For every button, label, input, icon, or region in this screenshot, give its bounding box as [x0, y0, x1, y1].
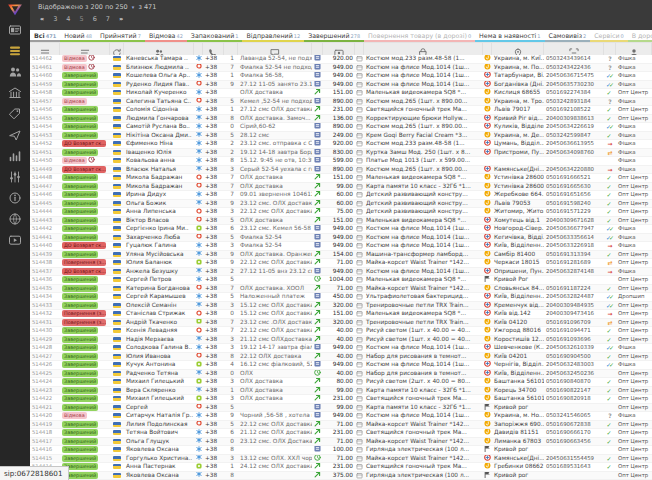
order-row[interactable]: 514426ЗавершенийКучук Антонина+38416.12 … — [30, 361, 652, 370]
sidebar-item-clients[interactable] — [7, 66, 23, 81]
tab-10[interactable]: Сервіси0 — [590, 30, 627, 42]
tab-7[interactable]: Повернення товару (в дорозі)0 — [364, 30, 475, 42]
order-row[interactable]: 514417ЗавершенийОльга Глущук+38023.12 см… — [30, 438, 652, 447]
sidebar-item-info[interactable] — [7, 192, 23, 207]
sidebar-item-orders[interactable] — [7, 45, 23, 60]
order-row[interactable]: 514429ЗавершенийНадія Мерзаєва+38321.12 … — [30, 336, 652, 345]
order-row[interactable]: 514434ЗавершенийСергей Карамышев+385Нало… — [30, 293, 652, 302]
tab-2[interactable]: Прийнятий7 — [96, 30, 145, 42]
page-button-3[interactable]: 3 — [53, 13, 57, 25]
sidebar-item-pos-terminal[interactable] — [7, 24, 23, 39]
tab-5[interactable]: Відправлений12 — [242, 30, 304, 42]
sidebar-item-warehouse[interactable] — [7, 87, 23, 102]
tab-3[interactable]: Відмова42 — [145, 30, 187, 42]
sidebar-item-settings[interactable] — [7, 171, 23, 186]
order-products: Машина-трансформер ламборд... — [364, 251, 483, 259]
order-row[interactable]: 514441ЗавершенийЗахарченко Люба+385Фиалк… — [30, 234, 652, 243]
order-row[interactable]: 514419ЗавершенийЛилия Подолинская+38522.… — [30, 421, 652, 430]
order-total: 375.00 — [323, 472, 355, 480]
order-row[interactable]: 514460ЗавершенийКошелева Ольга Ар..+381Ф… — [30, 72, 652, 81]
order-total: 949.00 — [323, 344, 355, 352]
social-channel-icon — [194, 438, 203, 446]
order-row[interactable]: 514430ЗавершенийКсенія Левадняя+38722.12… — [30, 327, 652, 336]
order-row[interactable]: 514421ЗавершенийСергей+38599.00Карта пам… — [30, 404, 652, 413]
order-row[interactable]: 514420ВідмоваСитарчук Наталія Гр..+389Чо… — [30, 412, 652, 421]
sidebar-item-video[interactable] — [7, 234, 23, 249]
order-row[interactable]: 514432Повернення (з...Станіслав Стрижак+… — [30, 310, 652, 319]
order-row[interactable]: 514437ДО Возврат ск...Анжела Безушку+382… — [30, 268, 652, 277]
delivery-service-icon — [483, 319, 492, 327]
page-button-7[interactable]: 7 — [106, 13, 110, 25]
order-row[interactable]: 514424ЗавершенийМихаил Гилецький+383ОЛХ … — [30, 378, 652, 387]
per-page-caret-icon[interactable]: ▾ — [132, 4, 135, 10]
order-row[interactable]: 514462ВідмоваКаневська Тамара ..+381Лава… — [30, 55, 652, 64]
social-channel-icon — [194, 98, 203, 106]
order-source: Опт Центр — [616, 395, 652, 403]
product-box-icon — [355, 268, 364, 276]
sidebar-item-reports[interactable] — [7, 150, 23, 165]
order-row[interactable]: 514449ДО Возврат ск...Власюк Наталья+383… — [30, 166, 652, 175]
client-phone: +38 — [203, 404, 224, 412]
order-row[interactable]: 514436ЗавершенийСергей Петров+3851004.00… — [30, 276, 652, 285]
order-row[interactable]: 514440ДО Возврат ск...Гуцалюк Галина+383… — [30, 242, 652, 251]
order-row[interactable]: 514427ЗавершенийЮлия Иванова+38822.12 ОЛ… — [30, 353, 652, 362]
order-row[interactable]: 514451ЗавершенийІващенко Юлія+38219.12 1… — [30, 149, 652, 158]
order-row[interactable]: 514442ЗавершенийСергієнко Ірина Ми..+386… — [30, 225, 652, 234]
order-row[interactable]: 514455ЗавершенийЛюдмила Гончарова+388ОЛХ… — [30, 115, 652, 124]
sidebar-item-integrations[interactable] — [7, 213, 23, 228]
first-page-button[interactable]: « — [40, 13, 44, 25]
order-row[interactable]: 514459ЗавершенийРуденко Лидия Пав..+3892… — [30, 81, 652, 90]
order-row[interactable]: 514453ЗавершенийНікітіна Оксана Дми..+38… — [30, 132, 652, 141]
order-row[interactable]: 514418ЗавершенийТетяна Войтович+38621.12… — [30, 429, 652, 438]
order-row[interactable]: 514428ЗавершенийСолодкова Галина В..+383… — [30, 344, 652, 353]
order-row[interactable]: 514433ЗавершенийОлексій Семанін+38315.12… — [30, 302, 652, 311]
delivery-city: Украина, м. Де... — [492, 132, 544, 140]
order-row[interactable]: 514454ЗавершенийСамотій Руслана Во..+380… — [30, 123, 652, 132]
last-page-button[interactable]: » — [119, 13, 123, 25]
tab-9[interactable]: Самовивіз2 — [545, 30, 591, 42]
order-row[interactable]: 514457ВідмоваСалегина Татьяна С..+385Кем… — [30, 98, 652, 107]
country-flag-icon — [110, 157, 124, 165]
order-source: Фішка — [616, 361, 652, 369]
tab-1[interactable]: Новий48 — [60, 30, 96, 42]
order-row[interactable]: 514431Повернення (з...Андрій Ткаченко+38… — [30, 319, 652, 328]
order-id: 514453 — [30, 132, 60, 140]
order-row[interactable]: 514456ЗавершенийСоломія Сідоніна+38127.1… — [30, 106, 652, 115]
sidebar-item-products[interactable] — [7, 108, 23, 123]
page-button-6[interactable]: 6 — [93, 13, 97, 25]
order-row[interactable]: 514415ЗавершенийГоргулько Христина..+383… — [30, 455, 652, 464]
sidebar-item-campaigns[interactable] — [7, 129, 23, 144]
client-phone: +38 — [203, 319, 224, 327]
order-row[interactable]: 514450ВідмоваКовальова анна+38815.12. 9:… — [30, 157, 652, 166]
tab-all[interactable]: Всі471 — [30, 30, 60, 42]
order-row[interactable]: 514425ЗавершенийРадченко Тетяна+380ОЛХ40… — [30, 370, 652, 379]
order-row[interactable]: 514444ЗавершенийАнна Липенська+38322.12 … — [30, 208, 652, 217]
delivery-service-icon — [483, 106, 492, 114]
order-row[interactable]: 514413ЗавершенийЯковлева Оксана+388375.0… — [30, 472, 652, 480]
page-button-4[interactable]: 4 — [66, 13, 70, 25]
order-row[interactable]: 514438Повернення (з...Юлия Баланюк+38922… — [30, 259, 652, 268]
order-row[interactable]: 514435ЗавершенийКатерина Богданова+387ОЛ… — [30, 285, 652, 294]
order-row[interactable]: 514422ЗавершенийМихаил Гилецький+383ОЛХ … — [30, 395, 652, 404]
tab-4[interactable]: Запакований1 — [187, 30, 243, 42]
client-name: Анна Пастернак — [124, 463, 194, 471]
page-button-5[interactable]: 5 — [79, 13, 83, 25]
order-row[interactable]: 514414ЗавершенийАнна Пастернак+38124.12 … — [30, 463, 652, 472]
order-total: 949.00 — [323, 81, 355, 89]
order-row[interactable]: 514447ЗавершенийМикола Бадражан+387ОЛХ д… — [30, 183, 652, 192]
order-row[interactable]: 514458ЗавершенийНиколай Кучеренко+38ОЛХ … — [30, 89, 652, 98]
order-row[interactable]: 514461ВідмоваБлизнюк Людмила ..+387Фиалк… — [30, 64, 652, 73]
order-row[interactable]: 514445ЗавершенийОльга Божик+38923.12 смс… — [30, 200, 652, 209]
order-row[interactable]: 514416ЗавершенийЯковлева Оксана+388100.0… — [30, 446, 652, 455]
tab-6[interactable]: Завершений278 — [304, 30, 364, 42]
order-row[interactable]: 514423ЗавершенийВера Скляренко+381ОЛХ до… — [30, 387, 652, 396]
tracking-number: 20450633226918 — [544, 242, 604, 250]
tab-11[interactable]: В дорозі додому0 — [628, 30, 652, 42]
manager-comment: 24.12 смс ОЛХ доставка — [238, 463, 312, 471]
order-row[interactable]: 514443ЗавершенийВіктор Власов+385ОЛХ дос… — [30, 217, 652, 226]
order-row[interactable]: 514439ЗавершенийУляна Мусійовська+389ОЛХ… — [30, 251, 652, 260]
tab-8[interactable]: Нема в наявності1 — [475, 30, 544, 42]
order-row[interactable]: 514452ДО Возврат ск...Єфименко Ніна+3822… — [30, 140, 652, 149]
order-row[interactable]: 514448ЗавершенийМикола Бадражан+387ОЛХ д… — [30, 174, 652, 183]
order-row[interactable]: 514446ЗавершенийИрина Дидух+38709.01 зве… — [30, 191, 652, 200]
